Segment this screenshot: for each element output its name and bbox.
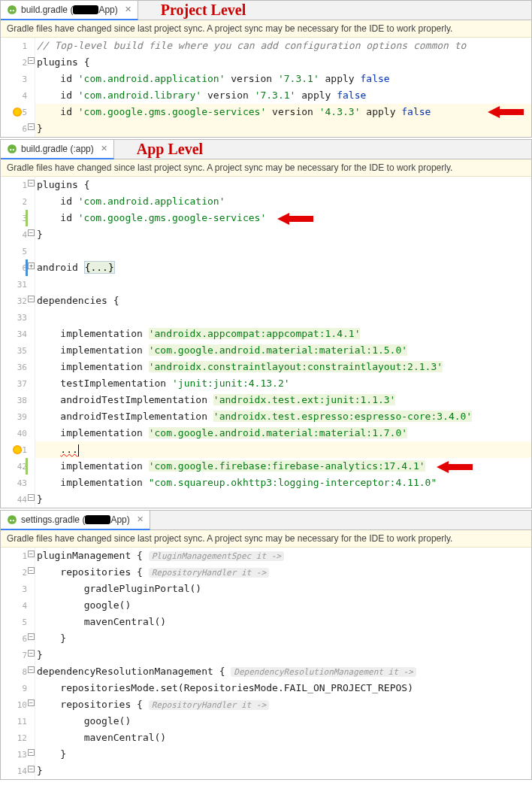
inlay-hint: RepositoryHandler it -> — [149, 700, 269, 710]
annotation-label: App Level — [137, 141, 203, 158]
close-icon[interactable]: ✕ — [137, 514, 144, 524]
svg-marker-1 — [277, 213, 313, 225]
annotation-arrow — [488, 105, 524, 119]
annotation-label: Project Level — [161, 2, 246, 19]
code-line[interactable]: id 'com.google.gms.google-services' vers… — [35, 104, 531, 120]
code-line[interactable]: −pluginManagement { PluginManagementSpec… — [35, 548, 531, 564]
fold-icon[interactable]: − — [28, 180, 35, 187]
code-line[interactable]: −dependencyResolutionManagement { Depend… — [35, 663, 531, 680]
intention-bulb-icon[interactable] — [13, 108, 22, 117]
tab-label: build.gradle (:app) — [21, 144, 94, 154]
code-line[interactable]: −dependencies { — [35, 293, 531, 309]
annotation-arrow — [277, 212, 313, 226]
editor-panel-app: build.gradle (:app) ✕ App Level Gradle f… — [0, 139, 532, 508]
annotation-arrow — [437, 460, 473, 474]
code-line[interactable]: +android {...} — [35, 259, 531, 276]
tab-bar: settings.gradle (App) ✕ — [1, 511, 531, 530]
code-line[interactable]: implementation 'com.google.android.mater… — [35, 342, 531, 359]
file-tab[interactable]: settings.gradle (App) ✕ — [1, 511, 150, 530]
editor-panel-project: build.gradle (App) ✕ Project Level Gradl… — [0, 0, 532, 138]
fold-icon[interactable]: − — [28, 749, 35, 756]
code-line[interactable]: // Top-level build file where you can ad… — [35, 38, 531, 54]
code-line[interactable]: −} — [35, 491, 531, 508]
code-line[interactable]: id 'com.android.application' — [35, 193, 531, 210]
inlay-hint: RepositoryHandler it -> — [149, 568, 269, 578]
change-marker — [26, 458, 28, 475]
inlay-hint: DependencyResolutionManagement it -> — [231, 667, 416, 677]
code-line[interactable]: implementation 'com.google.firebase:fire… — [35, 458, 531, 475]
inlay-hint: PluginManagementSpec it -> — [149, 551, 284, 561]
sync-notification: Gradle files have changed since last pro… — [1, 20, 531, 38]
code-line[interactable]: id 'com.android.application' version '7.… — [35, 71, 531, 87]
fold-icon[interactable]: + — [28, 262, 35, 269]
code-editor[interactable]: 1234567891011121314 −pluginManagement { … — [1, 548, 531, 779]
fold-icon[interactable]: − — [28, 666, 35, 673]
code-line[interactable]: −} — [35, 647, 531, 663]
code-line[interactable]: − repositories { RepositoryHandler it -> — [35, 564, 531, 581]
fold-icon[interactable]: − — [28, 699, 35, 706]
file-tab[interactable]: build.gradle (:app) ✕ — [1, 140, 114, 159]
close-icon[interactable]: ✕ — [125, 5, 131, 14]
code-line[interactable]: androidTestImplementation 'androidx.test… — [35, 392, 531, 408]
sync-notification: Gradle files have changed since last pro… — [1, 530, 531, 548]
code-line[interactable]: −} — [35, 226, 531, 243]
code-line[interactable]: testImplementation 'junit:junit:4.13.2' — [35, 375, 531, 392]
code-line[interactable]: gradlePluginPortal() — [35, 581, 531, 597]
code-line[interactable]: − } — [35, 630, 531, 647]
fold-icon[interactable]: − — [28, 766, 35, 772]
code-line[interactable]: repositoriesMode.set(RepositoriesMode.FA… — [35, 680, 531, 696]
tab-bar: build.gradle (App) ✕ Project Level — [1, 1, 531, 20]
intention-bulb-icon[interactable] — [13, 445, 22, 454]
svg-marker-2 — [437, 461, 473, 473]
fold-icon[interactable]: − — [28, 567, 35, 574]
code-line[interactable]: − } — [35, 746, 531, 763]
fold-icon[interactable]: − — [28, 123, 35, 130]
fold-icon[interactable]: − — [28, 650, 35, 657]
sync-notification: Gradle files have changed since last pro… — [1, 159, 531, 177]
code-line[interactable] — [35, 243, 531, 259]
code-line[interactable]: mavenCentral() — [35, 614, 531, 630]
code-editor[interactable]: 1234563132333435363738394041424344 −plug… — [1, 177, 531, 508]
code-line[interactable]: google() — [35, 713, 531, 730]
fold-icon[interactable]: − — [28, 229, 35, 236]
code-line[interactable]: implementation 'com.google.android.mater… — [35, 425, 531, 441]
gradle-icon — [7, 144, 17, 154]
code-line[interactable]: −} — [35, 763, 531, 779]
fold-icon[interactable]: − — [28, 57, 35, 64]
code-line[interactable]: androidTestImplementation 'androidx.test… — [35, 408, 531, 425]
svg-marker-0 — [488, 106, 524, 118]
code-line[interactable] — [35, 309, 531, 326]
code-line[interactable]: −plugins { — [35, 54, 531, 71]
code-line[interactable]: google() — [35, 597, 531, 614]
line-gutter: 123456 — [1, 38, 35, 137]
code-line[interactable]: implementation 'androidx.appcompat:appco… — [35, 326, 531, 342]
gradle-icon — [7, 514, 17, 525]
code-content[interactable]: −plugins { id 'com.android.application' … — [35, 177, 531, 508]
close-icon[interactable]: ✕ — [101, 144, 107, 153]
code-line[interactable]: mavenCentral() — [35, 730, 531, 746]
tab-label: build.gradle (App) — [21, 5, 118, 15]
code-content[interactable]: −pluginManagement { PluginManagementSpec… — [35, 548, 531, 779]
tab-bar: build.gradle (:app) ✕ App Level — [1, 140, 531, 159]
fold-icon[interactable]: − — [28, 494, 35, 501]
file-tab[interactable]: build.gradle (App) ✕ — [1, 1, 138, 20]
editor-panel-settings: settings.gradle (App) ✕ Gradle files hav… — [0, 510, 532, 780]
tab-label: settings.gradle (App) — [21, 514, 130, 525]
code-editor[interactable]: 123456 // Top-level build file where you… — [1, 38, 531, 137]
code-line[interactable]: id 'com.android.library' version '7.3.1'… — [35, 87, 531, 104]
change-marker — [26, 210, 28, 226]
line-gutter: 1234567891011121314 — [1, 548, 35, 779]
fold-icon[interactable]: − — [28, 633, 35, 640]
code-line[interactable]: implementation 'androidx.constraintlayou… — [35, 359, 531, 375]
fold-icon[interactable]: − — [28, 551, 35, 557]
code-line[interactable] — [35, 276, 531, 293]
code-line[interactable]: id 'com.google.gms.google-services' — [35, 210, 531, 226]
code-line[interactable]: implementation "com.squareup.okhttp3:log… — [35, 475, 531, 491]
code-line[interactable]: ... — [35, 441, 531, 458]
code-line[interactable]: − repositories { RepositoryHandler it -> — [35, 696, 531, 713]
code-line[interactable]: −plugins { — [35, 177, 531, 193]
code-content[interactable]: // Top-level build file where you can ad… — [35, 38, 531, 137]
gradle-icon — [7, 5, 17, 15]
code-line[interactable]: −} — [35, 120, 531, 137]
fold-icon[interactable]: − — [28, 296, 35, 302]
